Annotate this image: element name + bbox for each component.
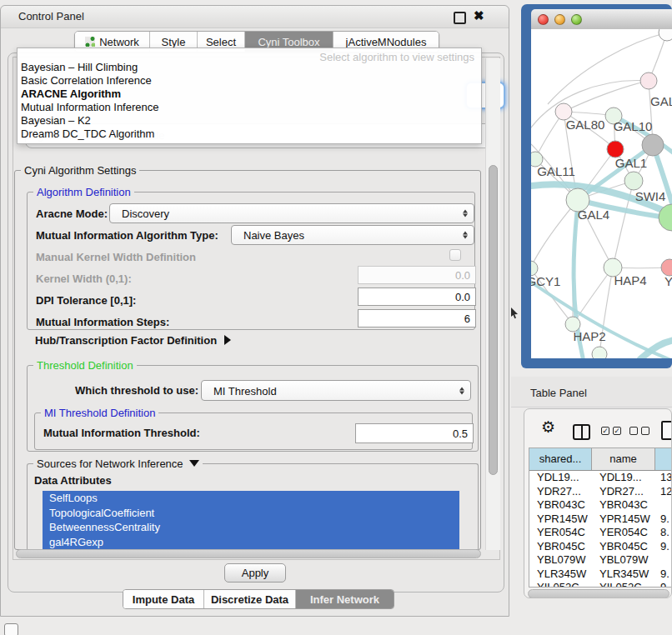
unchecked-box-icon bbox=[641, 427, 649, 435]
control-panel-titlebar[interactable]: Control Panel ✖ bbox=[1, 6, 509, 28]
gear-icon[interactable]: ⚙ bbox=[541, 419, 555, 435]
close-icon[interactable]: ✖ bbox=[474, 8, 484, 23]
data-attributes-list[interactable]: SelfLoopsTopologicalCoefficientBetweenne… bbox=[43, 491, 459, 550]
table-cell: YLR345W bbox=[529, 568, 592, 582]
algorithm-option[interactable]: Basic Correlation Inference bbox=[21, 74, 478, 88]
algorithm-option[interactable]: Mutual Information Inference bbox=[21, 101, 478, 114]
tab-label: Cyni Toolbox bbox=[258, 36, 319, 48]
tab-infer-network[interactable]: Infer Network bbox=[296, 590, 394, 608]
kernel-width-field[interactable] bbox=[358, 266, 476, 284]
table-row[interactable]: YDR27...YDR27...12 bbox=[529, 485, 672, 499]
minimize-traffic-light-icon[interactable] bbox=[554, 14, 565, 25]
attribute-item[interactable]: gal4RGexp bbox=[43, 535, 459, 550]
table-cell: YPR145W bbox=[529, 512, 592, 527]
mi-threshold-field[interactable] bbox=[355, 423, 474, 443]
table-cell bbox=[655, 498, 672, 512]
network-node[interactable] bbox=[642, 134, 664, 156]
table-row[interactable]: YPR145WYPR145W9. bbox=[529, 512, 672, 527]
which-threshold-select[interactable]: MI Threshold bbox=[201, 380, 471, 401]
table-row[interactable]: YLR345WYLR345W9. bbox=[529, 568, 672, 582]
table-panel-title: Table Panel bbox=[530, 387, 587, 399]
column-header[interactable]: name bbox=[592, 448, 655, 470]
close-traffic-light-icon[interactable] bbox=[538, 14, 549, 25]
algorithm-option[interactable]: Bayesian – K2 bbox=[21, 114, 478, 128]
network-node[interactable] bbox=[624, 172, 643, 190]
network-window-titlebar[interactable] bbox=[531, 9, 672, 30]
dpi-tolerance-label: DPI Tolerance [0,1]: bbox=[36, 294, 136, 307]
aracne-mode-select[interactable]: Discovery bbox=[109, 203, 474, 223]
algorithm-dropdown: Select algorithm to view settings Bayesi… bbox=[17, 48, 482, 144]
table-row[interactable]: YDL19...YDL19...13 bbox=[529, 471, 672, 485]
tab-impute-data[interactable]: Impute Data bbox=[123, 590, 204, 608]
group-title: Threshold Definition bbox=[33, 359, 137, 372]
select-all-columns-icon[interactable]: ✓✓ bbox=[601, 427, 621, 435]
mouse-cursor bbox=[510, 308, 519, 319]
apply-button[interactable]: Apply bbox=[224, 563, 286, 582]
network-canvas[interactable]: GALGAL80GAL10GAL1GAL11SWI4GAL4GCY1HAP4YH… bbox=[531, 29, 672, 358]
split-columns-icon[interactable] bbox=[573, 424, 590, 440]
table-cell: YDL19... bbox=[529, 471, 592, 485]
node-label: HAP2 bbox=[573, 329, 605, 343]
zoom-traffic-light-icon[interactable] bbox=[571, 14, 582, 25]
network-node[interactable] bbox=[640, 72, 657, 89]
node-label: SWI4 bbox=[635, 189, 666, 203]
table-row[interactable]: YER054CYER054C8. bbox=[529, 526, 672, 540]
table-cell: YDR27... bbox=[592, 485, 655, 499]
deselect-all-columns-icon[interactable] bbox=[629, 427, 649, 435]
horizontal-scrollbar[interactable] bbox=[16, 549, 481, 558]
vertical-scrollbar-thumb[interactable] bbox=[489, 165, 498, 475]
table-horizontal-scrollbar[interactable] bbox=[528, 589, 669, 598]
sources-expander[interactable]: Sources for Network Inference bbox=[33, 458, 203, 470]
network-node[interactable] bbox=[607, 141, 624, 158]
node-label: GCY1 bbox=[531, 274, 560, 288]
dpi-tolerance-field[interactable] bbox=[358, 288, 476, 306]
mi-steps-field[interactable] bbox=[358, 309, 476, 328]
table-cell: 9. bbox=[655, 512, 672, 527]
network-node[interactable] bbox=[659, 29, 672, 41]
table-row[interactable]: YBR045CYBR045C9. bbox=[529, 540, 672, 554]
vertical-scrollbar-track[interactable] bbox=[485, 58, 500, 550]
data-attributes-label: Data Attributes bbox=[34, 474, 112, 487]
attribute-item[interactable]: TopologicalCoefficient bbox=[43, 506, 459, 521]
window-title: Control Panel bbox=[18, 10, 84, 22]
table-panel-window: ⚙ ✓✓ shared...name YDL19...YDL19...13YDR… bbox=[524, 408, 672, 598]
stepper-arrows-icon bbox=[463, 209, 468, 218]
column-header[interactable] bbox=[655, 448, 672, 470]
table-body: YDL19...YDL19...13YDR27...YDR27...12YBR0… bbox=[529, 471, 672, 588]
network-node[interactable] bbox=[661, 259, 672, 276]
column-header[interactable]: shared... bbox=[529, 448, 592, 470]
table-row[interactable]: YBL079WYBL079W bbox=[529, 553, 672, 568]
float-window-icon[interactable] bbox=[454, 12, 466, 24]
network-edge[interactable] bbox=[531, 200, 578, 268]
algorithm-option[interactable]: Dream8 DC_TDC Algorithm bbox=[21, 128, 478, 141]
expander-down-icon bbox=[189, 460, 199, 467]
expander-right-icon bbox=[224, 335, 231, 345]
table-row[interactable]: YIL052CYIL052C9 bbox=[529, 581, 672, 588]
table-cell: YLR345W bbox=[592, 568, 655, 582]
mi-algorithm-type-select[interactable]: Naive Bayes bbox=[231, 225, 474, 245]
node-label: HAP4 bbox=[614, 273, 646, 288]
page-icon[interactable] bbox=[661, 421, 672, 440]
tab-discretize-data[interactable]: Discretize Data bbox=[204, 590, 296, 608]
hub-definition-expander[interactable]: Hub/Transcription Factor Definition bbox=[35, 334, 231, 347]
table-cell: YBR045C bbox=[592, 540, 655, 554]
network-view-window: GALGAL80GAL10GAL1GAL11SWI4GAL4GCY1HAP4YH… bbox=[521, 4, 672, 368]
attribute-item[interactable]: SelfLoops bbox=[43, 491, 459, 506]
table-cell: 8. bbox=[655, 526, 672, 540]
network-edge[interactable] bbox=[564, 81, 649, 112]
table-cell: YDL19... bbox=[592, 471, 655, 485]
attribute-item[interactable]: BetweennessCentrality bbox=[43, 520, 459, 535]
node-label: GAL bbox=[650, 94, 672, 108]
network-edge[interactable] bbox=[573, 268, 613, 324]
network-node[interactable] bbox=[592, 347, 607, 358]
checked-box-icon: ✓ bbox=[601, 427, 609, 435]
table-cell: YBL079W bbox=[529, 553, 592, 568]
table-cell: 9. bbox=[655, 540, 672, 554]
manual-kernel-checkbox[interactable] bbox=[449, 249, 461, 261]
minimized-window-icon[interactable] bbox=[4, 623, 18, 635]
tab-label: Select bbox=[206, 36, 236, 48]
node-label: GAL80 bbox=[566, 118, 605, 132]
table-row[interactable]: YBR043CYBR043C bbox=[529, 498, 672, 512]
algorithm-option[interactable]: Bayesian – Hill Climbing bbox=[21, 61, 478, 74]
algorithm-option[interactable]: ARACNE Algorithm bbox=[21, 88, 478, 101]
